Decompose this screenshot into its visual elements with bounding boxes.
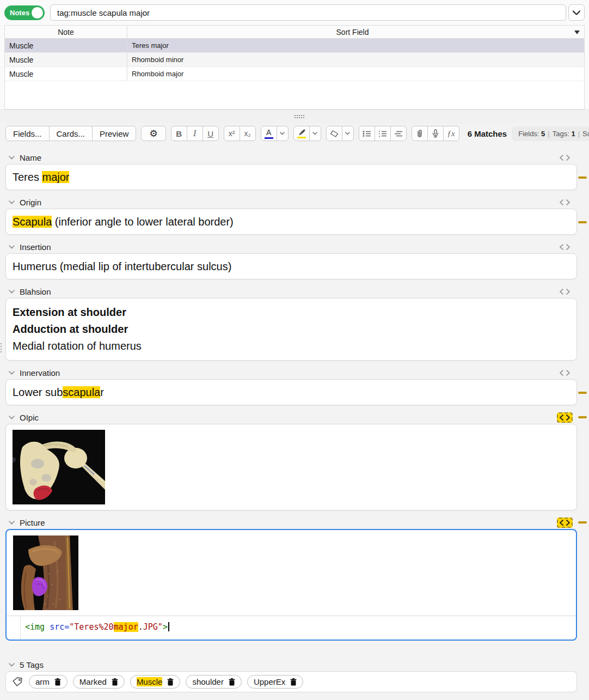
search-history-dropdown-button[interactable]	[568, 4, 585, 21]
field-label: Innervation	[20, 368, 60, 378]
toggle-knob	[32, 7, 43, 19]
preview-button[interactable]: Preview	[92, 126, 136, 141]
collapse-chevron-icon[interactable]	[9, 245, 15, 249]
html-editor-toggle-icon[interactable]	[557, 242, 573, 252]
numbered-list-icon	[378, 130, 387, 137]
field-input-picture-focused[interactable]: <img src="Teres%20major.JPG">	[5, 529, 577, 641]
text-cursor	[168, 622, 169, 631]
notes-table: Note Sort Field Muscle Teres major Muscl…	[4, 25, 585, 109]
column-header-sort-field[interactable]: Sort Field	[127, 26, 584, 38]
html-source-editor[interactable]: <img src="Teres%20major.JPG">	[7, 616, 576, 640]
table-row[interactable]: Muscle Rhomboid major	[5, 67, 584, 81]
field-insertion: Insertion Humerus (medial lip of intertu…	[5, 240, 577, 279]
tag-pill[interactable]: shoulder	[186, 675, 242, 689]
chevron-down-icon	[573, 10, 580, 15]
text-color-dropdown[interactable]	[277, 126, 289, 141]
search-bar: Notes	[4, 3, 585, 22]
collapse-chevron-icon[interactable]	[9, 416, 15, 419]
collapse-chevron-icon[interactable]	[9, 663, 15, 667]
highlight-color-button[interactable]	[293, 126, 310, 141]
pane-splitter[interactable]	[0, 109, 589, 124]
tags-section: 5 Tags arm Marked Muscle shoulder UpperE…	[5, 658, 577, 692]
field-input-oipic[interactable]	[5, 424, 577, 510]
browser-top-pane: Notes Note Sort Field Muscle Teres major	[0, 0, 589, 109]
field-innervation: Innervation Lower subscapular	[5, 366, 577, 405]
html-editor-toggle-icon[interactable]	[557, 287, 573, 297]
collapse-chevron-icon[interactable]	[9, 371, 15, 375]
html-editor-toggle-icon-highlighted[interactable]	[557, 518, 573, 528]
delete-tag-icon[interactable]	[112, 678, 118, 686]
tag-pill[interactable]: Marked	[73, 675, 125, 689]
underline-button[interactable]: U	[203, 126, 219, 141]
collapse-chevron-icon[interactable]	[9, 200, 15, 204]
highlight-color-swatch	[297, 137, 306, 138]
collapse-chevron-icon[interactable]	[9, 521, 15, 525]
sort-direction-icon[interactable]	[574, 31, 580, 34]
html-editor-toggle-icon[interactable]	[557, 153, 573, 163]
search-input[interactable]	[50, 4, 566, 21]
match-marker	[578, 416, 587, 418]
delete-tag-icon[interactable]	[54, 678, 61, 686]
indent-button[interactable]	[390, 126, 407, 141]
teres-major-muscle-photo	[13, 535, 78, 610]
html-editor-toggle-icon[interactable]	[557, 368, 573, 378]
delete-tag-icon[interactable]	[167, 678, 174, 686]
fields-button[interactable]: Fields...	[5, 126, 50, 141]
tag-pill[interactable]: Muscle	[130, 675, 181, 689]
splitter-grip-icon	[294, 115, 304, 118]
table-row[interactable]: Muscle Rhomboid minor	[5, 53, 584, 67]
bold-button[interactable]: B	[171, 126, 187, 141]
italic-button[interactable]: I	[187, 126, 203, 141]
record-audio-button[interactable]	[427, 126, 444, 141]
highlight-color-dropdown[interactable]	[309, 126, 321, 141]
delete-tag-icon[interactable]	[290, 678, 297, 686]
code-gutter	[7, 616, 21, 640]
table-row[interactable]: Muscle Teres major	[5, 39, 584, 53]
text-color-swatch	[265, 137, 273, 139]
field-label: OIpic	[20, 413, 39, 422]
field-input-blahsion[interactable]: Extension at shoulder Adduction at shoul…	[5, 298, 577, 361]
remove-formatting-dropdown[interactable]	[342, 126, 354, 141]
collapse-chevron-icon[interactable]	[9, 156, 15, 160]
field-origin: Origin Scapula (inferior angle to lower …	[5, 196, 577, 235]
side-splitter-grip[interactable]	[0, 343, 2, 355]
match-marker	[578, 392, 587, 394]
editor-settings-button[interactable]: ⚙	[141, 126, 165, 141]
unordered-list-button[interactable]	[359, 126, 375, 141]
chevron-down-icon	[280, 132, 285, 135]
ordered-list-button[interactable]	[375, 126, 391, 141]
tag-icon	[11, 676, 23, 688]
field-input-name[interactable]: Teres major	[5, 164, 577, 190]
html-editor-toggle-icon[interactable]	[557, 197, 573, 208]
fx-icon: ƒx	[447, 129, 455, 138]
field-input-origin[interactable]: Scapula (inferior angle to lower lateral…	[5, 209, 577, 235]
cards-button[interactable]: Cards...	[49, 126, 93, 141]
mathjax-button[interactable]: ƒx	[443, 126, 459, 141]
html-editor-toggle-icon-highlighted[interactable]	[557, 412, 573, 423]
search-stats: Fields: 5|Tags: 1|Scroll: On	[512, 126, 589, 141]
column-header-note[interactable]: Note	[5, 26, 127, 38]
field-label: Insertion	[20, 242, 51, 252]
remove-formatting-button[interactable]	[326, 126, 342, 141]
search-highlight: Muscle	[137, 677, 163, 686]
collapse-chevron-icon[interactable]	[9, 290, 15, 294]
field-label: Origin	[20, 198, 41, 207]
tag-pill[interactable]: UpperEx	[247, 675, 303, 689]
chevron-down-icon	[345, 132, 350, 135]
eraser-icon	[330, 130, 339, 137]
superscript-button[interactable]: x²	[224, 126, 240, 141]
text-color-button[interactable]: A	[261, 126, 277, 141]
tags-bar[interactable]: arm Marked Muscle shoulder UpperEx	[5, 671, 577, 692]
field-input-insertion[interactable]: Humerus (medial lip of intertubercular s…	[5, 253, 577, 279]
match-marker	[578, 521, 587, 524]
match-marker	[578, 176, 587, 179]
note-editor: Name Teres major Origin Scapula (inferio…	[0, 151, 589, 692]
notes-cards-toggle[interactable]: Notes	[4, 5, 45, 20]
field-input-innervation[interactable]: Lower subscapular	[5, 379, 577, 405]
table-header-row: Note Sort Field	[5, 26, 584, 39]
attach-button[interactable]	[412, 126, 428, 141]
field-label: Picture	[20, 518, 45, 527]
delete-tag-icon[interactable]	[229, 678, 235, 686]
tag-pill[interactable]: arm	[29, 675, 68, 689]
subscript-button[interactable]: x₂	[240, 126, 256, 141]
